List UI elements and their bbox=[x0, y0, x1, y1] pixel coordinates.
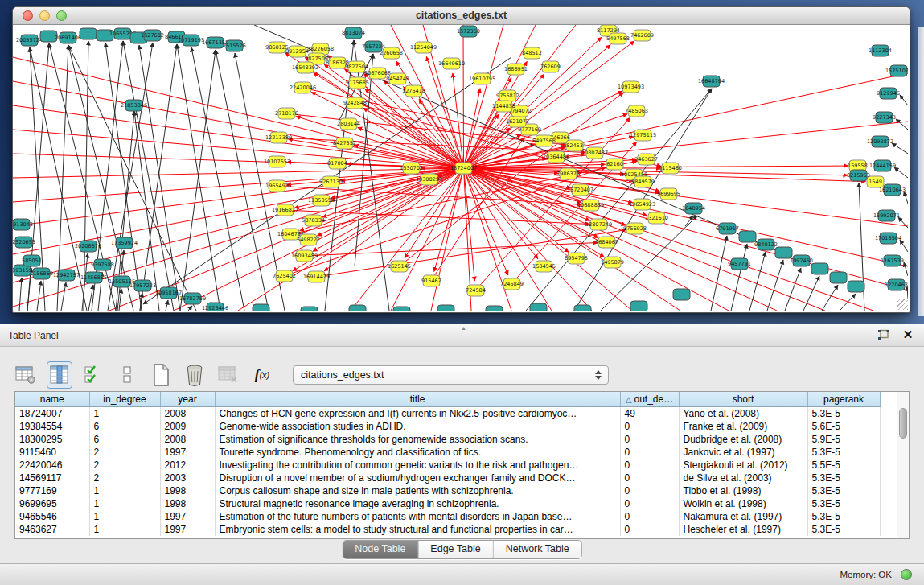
cell[interactable]: 5.5E-5 bbox=[807, 459, 880, 472]
table-row[interactable]: 1938455462009Genome-wide association stu… bbox=[15, 420, 880, 433]
graph-node[interactable]: 9684067 bbox=[595, 237, 618, 248]
column-header-year[interactable]: year bbox=[160, 392, 215, 406]
graph-node[interactable]: 1220463 bbox=[885, 279, 908, 290]
cell[interactable]: 49 bbox=[620, 406, 679, 420]
graph-node[interactable]: 848512 bbox=[522, 47, 542, 59]
table-row[interactable]: 2242004622012Investigating the contribut… bbox=[15, 459, 880, 472]
graph-node[interactable]: 9755812 bbox=[496, 90, 519, 101]
window-titlebar[interactable]: citations_edges.txt bbox=[13, 7, 910, 25]
cell[interactable]: Disruption of a novel member of a sodium… bbox=[215, 472, 620, 484]
graph-node[interactable] bbox=[630, 301, 647, 311]
cell[interactable]: 0 bbox=[620, 510, 679, 523]
graph-node[interactable] bbox=[848, 281, 864, 292]
graph-node[interactable]: 5498222 bbox=[297, 234, 320, 245]
graph-node[interactable]: 7625402 bbox=[273, 270, 296, 282]
table-vertical-scrollbar[interactable] bbox=[897, 392, 909, 538]
graph-node[interactable] bbox=[349, 305, 366, 311]
graph-node[interactable]: 16093489 bbox=[291, 250, 318, 262]
graph-node[interactable]: 19654923 bbox=[629, 199, 655, 210]
graph-node[interactable]: 12093872 bbox=[867, 136, 893, 147]
network-table-selector[interactable]: citations_edges.txt bbox=[293, 365, 609, 385]
cell[interactable]: 0 bbox=[620, 497, 679, 510]
graph-node[interactable]: 9840122 bbox=[754, 239, 778, 250]
cell[interactable]: 18300295 bbox=[15, 433, 89, 446]
cell[interactable]: 0 bbox=[620, 472, 679, 484]
graph-node[interactable]: 8813074 bbox=[342, 27, 365, 39]
graph-node[interactable]: 1167539 bbox=[881, 255, 904, 266]
graph-node[interactable]: 2520655 bbox=[13, 237, 35, 248]
minimize-window-icon[interactable] bbox=[39, 10, 50, 21]
cell[interactable]: Nakamura et al. (1997) bbox=[679, 510, 807, 523]
column-header-name[interactable]: name bbox=[15, 392, 89, 406]
cell[interactable]: 5.3E-5 bbox=[807, 446, 880, 459]
table-row[interactable]: 969969511998Structural magnetic resonanc… bbox=[15, 497, 880, 510]
graph-node[interactable] bbox=[530, 303, 547, 311]
graph-node[interactable]: 1092450 bbox=[790, 255, 813, 266]
citation-network-graph[interactable]: 1872400718300295986012589129541822605898… bbox=[13, 25, 908, 311]
graph-node[interactable]: 9463627 bbox=[634, 154, 658, 165]
graph-node[interactable]: 1156869 bbox=[30, 268, 53, 279]
graph-node[interactable] bbox=[574, 305, 591, 311]
graph-node[interactable]: 16648794 bbox=[698, 76, 725, 87]
scrollbar-thumb[interactable] bbox=[899, 408, 907, 439]
column-header-in_degree[interactable]: in_degree bbox=[89, 392, 160, 406]
cell[interactable]: 2 bbox=[89, 459, 160, 472]
table-row[interactable]: 977716911998Corpus callosum shape and si… bbox=[15, 484, 880, 497]
graph-node[interactable]: 1534545 bbox=[532, 261, 556, 272]
cell[interactable]: 5.3E-5 bbox=[807, 484, 880, 497]
column-header-pagerank[interactable]: pagerank bbox=[807, 392, 880, 406]
cell[interactable]: Estimation of the future numbers of pati… bbox=[215, 510, 620, 523]
graph-node[interactable]: 1686951 bbox=[504, 64, 528, 75]
graph-node[interactable]: 11353554 bbox=[308, 195, 335, 206]
graph-node[interactable]: 1530702 bbox=[400, 163, 423, 174]
cell[interactable]: Changes of HCN gene expression and I(f) … bbox=[215, 406, 620, 420]
graph-node[interactable] bbox=[301, 307, 318, 311]
cell[interactable]: Hescheler et al. (1997) bbox=[679, 523, 807, 536]
graph-node[interactable]: 1572350 bbox=[457, 26, 480, 37]
graph-node[interactable] bbox=[739, 231, 756, 242]
cell[interactable]: 0 bbox=[620, 420, 679, 433]
graph-node[interactable]: 1112304 bbox=[869, 45, 892, 56]
graph-node[interactable] bbox=[830, 272, 847, 283]
graph-node[interactable]: 1640954 bbox=[682, 203, 705, 214]
graph-node[interactable]: 62160 bbox=[606, 159, 623, 170]
graph-node[interactable]: 6497568 bbox=[532, 135, 556, 146]
cell[interactable]: 5.3E-5 bbox=[807, 510, 880, 523]
cell[interactable]: 19384554 bbox=[15, 420, 89, 433]
cell[interactable]: 0 bbox=[620, 446, 679, 459]
graph-node[interactable]: 5878334 bbox=[302, 215, 325, 226]
cell[interactable]: Estimation of significance thresholds fo… bbox=[215, 433, 620, 446]
network-canvas[interactable]: 1872400718300295986012589129541822605898… bbox=[13, 25, 910, 311]
graph-node[interactable]: 917004 bbox=[327, 158, 347, 169]
graph-node[interactable]: 1965493 bbox=[265, 180, 289, 192]
tab-edge-table[interactable]: Edge Table bbox=[418, 541, 493, 558]
cell[interactable]: 0 bbox=[620, 433, 679, 446]
cell[interactable]: 1998 bbox=[160, 484, 215, 497]
graph-node[interactable]: 1527602 bbox=[141, 30, 164, 41]
graph-node[interactable]: 1913043 bbox=[13, 219, 33, 230]
delete-entries-trash-icon[interactable] bbox=[182, 361, 207, 389]
graph-node[interactable]: 20206576 bbox=[75, 241, 101, 252]
graph-node[interactable] bbox=[80, 28, 97, 39]
cell[interactable]: Corpus callosum shape and size in male p… bbox=[215, 484, 620, 497]
cell[interactable]: Dudbridge et al. (2008) bbox=[679, 433, 807, 446]
table-row[interactable]: 1872400712008Changes of HCN gene express… bbox=[15, 406, 880, 420]
cell[interactable]: 6 bbox=[89, 420, 160, 433]
cell[interactable]: 18724007 bbox=[15, 406, 89, 420]
cell[interactable]: 2 bbox=[89, 446, 160, 459]
graph-node[interactable]: 1621072 bbox=[506, 116, 529, 127]
graph-node[interactable]: 15751074 bbox=[885, 65, 908, 76]
cell[interactable]: 0 bbox=[620, 459, 679, 472]
cell[interactable]: 1 bbox=[89, 510, 160, 523]
float-panel-icon[interactable] bbox=[877, 328, 889, 341]
cell[interactable]: 9699695 bbox=[15, 497, 89, 510]
graph-node[interactable]: 7957224 bbox=[362, 41, 385, 52]
cell[interactable]: 2008 bbox=[160, 406, 215, 420]
cell[interactable]: Structural magnetic resonance image aver… bbox=[215, 497, 620, 510]
graph-node[interactable]: 16782759 bbox=[179, 293, 206, 304]
graph-node[interactable]: 9175685 bbox=[346, 77, 369, 89]
zoom-window-icon[interactable] bbox=[56, 10, 67, 21]
graph-node[interactable]: 724584 bbox=[466, 285, 486, 296]
cell[interactable]: de Silva et al. (2003) bbox=[679, 472, 807, 484]
cell[interactable]: Tourette syndrome. Phenomenology and cla… bbox=[215, 446, 620, 459]
